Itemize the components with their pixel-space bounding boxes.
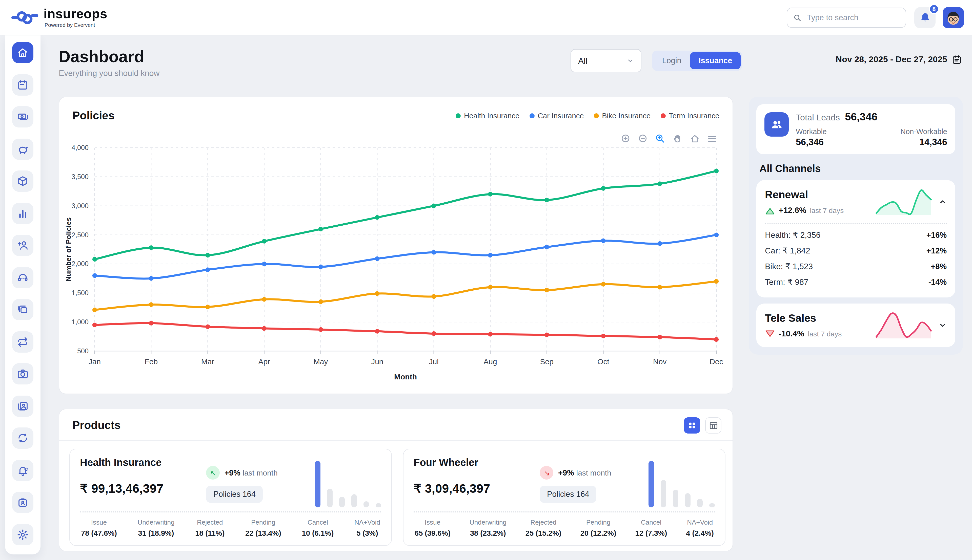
page-subtitle: Everything you should know [59, 69, 963, 78]
product-stat: Cancel12 (7.3%) [635, 518, 667, 537]
channel-filter-select[interactable]: All [571, 49, 641, 72]
zoom-out-icon[interactable] [638, 133, 648, 144]
notifications-button[interactable]: 8 [914, 7, 935, 28]
product-stat: Rejected18 (11%) [195, 518, 224, 537]
tele-sales-sparkline [874, 311, 934, 340]
product-change: +9% last month [224, 468, 278, 477]
legend-item-1[interactable]: Health Insurance [456, 112, 519, 120]
product-stat: NA+Void5 (3%) [354, 518, 380, 537]
stat-label: Rejected [195, 518, 224, 526]
stat-value: 10 (6.1%) [302, 529, 334, 537]
sidebar-item-contact-card[interactable] [12, 395, 33, 417]
headset-icon [17, 272, 29, 283]
sidebar-item-bell-renewal[interactable] [12, 460, 33, 481]
svg-text:Mar: Mar [201, 357, 214, 366]
expand-chevron-down-icon[interactable] [939, 321, 947, 329]
nonworkable-leads: Non-Workable 14,346 [900, 127, 947, 148]
sidebar-item-calendar[interactable] [12, 74, 33, 95]
svg-text:May: May [314, 357, 328, 366]
renewal-card: Renewal +12.6% last 7 days Health: ₹ 2,3… [757, 180, 955, 297]
sidebar-item-piggy-bank[interactable] [12, 138, 33, 160]
brand-tagline: Powered by Evervent [45, 23, 107, 28]
renewal-sparkline [874, 188, 934, 216]
sidebar-item-home[interactable] [12, 42, 33, 63]
stat-label: Cancel [635, 518, 667, 526]
notification-count-badge: 8 [929, 4, 939, 14]
sidebar-item-camera[interactable] [12, 363, 33, 385]
renewal-row: Bike: ₹ 1,523+8% [765, 258, 947, 274]
renewal-row: Term: ₹ 987-14% [765, 274, 947, 290]
sidebar-item-payments[interactable] [12, 106, 33, 127]
app-root: insureops Powered by Evervent 8 [0, 0, 972, 560]
legend-label: Term Insurance [669, 112, 720, 120]
chart-legend: Health InsuranceCar InsuranceBike Insura… [456, 112, 720, 120]
chart-toolbar [621, 133, 717, 144]
copies-icon [17, 303, 29, 316]
stat-value: 12 (7.3%) [635, 529, 667, 537]
brand-logo[interactable]: insureops Powered by Evervent [11, 7, 107, 28]
sidebar-item-sync[interactable] [12, 427, 33, 449]
reset-home-icon[interactable] [690, 133, 700, 144]
pan-hand-icon[interactable] [672, 133, 683, 144]
sidebar-item-bar-chart[interactable] [12, 203, 33, 224]
renewal-row: Car: ₹ 1,842+12% [765, 243, 947, 258]
product-stats-row: Issue65 (39.6%)Underwriting38 (23.2%)Rej… [414, 518, 715, 537]
stat-value: 22 (13.4%) [245, 529, 281, 537]
sync-icon [17, 432, 29, 444]
stat-label: Issue [81, 518, 117, 526]
legend-dot [529, 113, 534, 118]
legend-dot [594, 113, 599, 118]
product-amount: ₹ 3,09,46,397 [414, 482, 540, 496]
sidebar-item-id-badge[interactable] [12, 492, 33, 513]
camera-icon [17, 368, 29, 380]
sidebar-item-settings[interactable] [12, 524, 33, 545]
sidebar-item-add-user[interactable] [12, 235, 33, 256]
mini-bar [697, 499, 703, 507]
table-view-icon [708, 421, 718, 430]
date-range-picker[interactable]: Nov 28, 2025 - Dec 27, 2025 [836, 55, 962, 65]
renewal-row-delta: +12% [927, 246, 947, 255]
selection-zoom-icon[interactable] [655, 133, 666, 144]
package-icon [17, 175, 29, 187]
product-change-period: last month [576, 468, 611, 477]
sidebar-item-package[interactable] [12, 170, 33, 192]
legend-item-3[interactable]: Bike Insurance [594, 112, 651, 120]
issuance-toggle-option[interactable]: Issuance [690, 52, 741, 69]
search-box[interactable] [787, 7, 906, 28]
total-leads-value: 56,346 [845, 111, 877, 123]
sidebar-item-copies[interactable] [12, 299, 33, 320]
home-icon [17, 47, 29, 59]
product-card: Four Wheeler ₹ 3,09,46,397 ↘ +9% last mo… [403, 449, 725, 546]
legend-item-4[interactable]: Term Insurance [661, 112, 720, 120]
svg-text:500: 500 [77, 347, 89, 355]
search-input[interactable] [806, 12, 900, 23]
sidebar-item-headset[interactable] [12, 267, 33, 288]
top-header: insureops Powered by Evervent 8 [0, 0, 972, 35]
product-cards-row: Health Insurance ₹ 99,13,46,397 ↖ +9% la… [59, 441, 733, 546]
knot-logo-icon [11, 8, 38, 27]
menu-icon[interactable] [707, 133, 717, 144]
stat-value: 78 (47.6%) [81, 529, 117, 537]
trend-up-icon [765, 206, 775, 215]
leads-people-icon [765, 112, 789, 137]
sidebar-item-repeat[interactable] [12, 331, 33, 352]
stat-label: Pending [580, 518, 616, 526]
zoom-in-icon[interactable] [621, 133, 631, 144]
mini-bar [339, 497, 345, 507]
svg-text:Dec: Dec [710, 357, 723, 366]
stat-label: NA+Void [686, 518, 714, 526]
stat-value: 38 (23.2%) [469, 529, 506, 537]
total-leads-card: Total Leads 56,346 Workable 56,346 Non-W… [757, 104, 955, 154]
collapse-chevron-up-icon[interactable] [939, 198, 947, 206]
stat-value: 65 (39.6%) [414, 529, 451, 537]
user-avatar[interactable] [943, 7, 964, 28]
login-toggle-option[interactable]: Login [653, 56, 690, 65]
stat-label: NA+Void [354, 518, 380, 526]
product-card: Health Insurance ₹ 99,13,46,397 ↖ +9% la… [69, 449, 392, 546]
add-user-icon [17, 239, 29, 252]
sidebar-nav [5, 35, 40, 555]
table-view-button[interactable] [705, 417, 721, 433]
legend-item-2[interactable]: Car Insurance [529, 112, 584, 120]
grid-view-button[interactable] [684, 417, 700, 433]
grid-view-icon [688, 421, 696, 430]
